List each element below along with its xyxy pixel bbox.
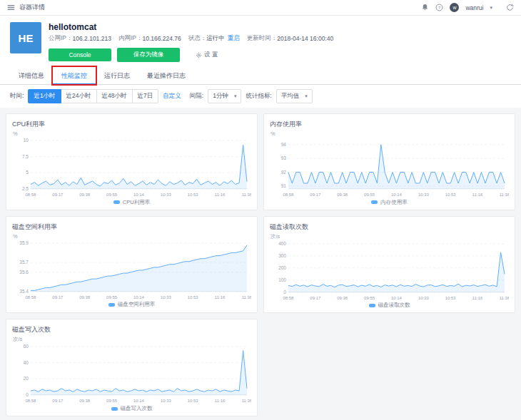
chart-unit: % xyxy=(13,130,251,137)
time-range-7d[interactable]: 近7日 xyxy=(132,89,159,103)
chart-title: 磁盘读取次数 xyxy=(270,222,509,232)
tab-label: 最近操作日志 xyxy=(147,72,186,79)
settings-button[interactable]: 设 置 xyxy=(196,51,218,59)
svg-text:10:53: 10:53 xyxy=(188,295,199,299)
chart-card-disk-writes: 磁盘写入次数 次/s 604020008:5809:1709:3809:5510… xyxy=(6,319,258,416)
cpu-utilization-chart: 107.552.508:5809:1709:3809:5510:1410:331… xyxy=(12,137,251,198)
time-range-24h[interactable]: 近24小时 xyxy=(61,89,97,103)
legend-swatch xyxy=(108,303,115,307)
svg-text:92: 92 xyxy=(281,170,287,175)
svg-text:10:53: 10:53 xyxy=(188,193,199,197)
svg-text:10:33: 10:33 xyxy=(418,193,430,197)
tab-performance[interactable]: 性能监控 xyxy=(53,68,96,85)
chart-legend[interactable]: CPU利用率 xyxy=(12,198,251,208)
container-name: hellotomcat xyxy=(49,22,340,32)
tab-recent-operation-logs[interactable]: 最近操作日志 xyxy=(138,68,194,84)
save-image-button[interactable]: 保存为镜像 xyxy=(117,48,180,62)
chart-title: 内存使用率 xyxy=(270,120,509,129)
chart-legend[interactable]: 磁盘读取次数 xyxy=(270,301,509,311)
disk-space-chart: 35.935.735.635.408:5809:1709:3809:5510:1… xyxy=(12,240,251,301)
svg-text:09:38: 09:38 xyxy=(79,295,91,299)
time-label: 时间: xyxy=(10,92,24,101)
avatar[interactable]: w xyxy=(450,3,459,12)
svg-text:5: 5 xyxy=(26,170,29,175)
tab-run-logs[interactable]: 运行日志 xyxy=(96,68,138,84)
chart-legend[interactable]: 内存使用率 xyxy=(270,198,509,208)
refresh-icon[interactable] xyxy=(506,4,514,11)
charts-grid: CPU利用率 % 107.552.508:5809:1709:3809:5510… xyxy=(0,108,521,420)
time-range-1h[interactable]: 近1小时 xyxy=(28,89,61,103)
svg-text:09:17: 09:17 xyxy=(52,295,64,299)
svg-text:11:38: 11:38 xyxy=(500,193,509,197)
svg-text:10:53: 10:53 xyxy=(188,399,199,404)
notification-bell-icon[interactable] xyxy=(421,4,429,11)
svg-text:10:14: 10:14 xyxy=(391,296,403,300)
svg-text:10:33: 10:33 xyxy=(161,295,172,299)
chevron-down-icon: ▾ xyxy=(234,93,237,99)
chart-card-cpu: CPU利用率 % 107.552.508:5809:1709:3809:5510… xyxy=(6,113,258,210)
svg-text:10:33: 10:33 xyxy=(161,399,172,404)
public-ip-value: 106.2.101.213 xyxy=(73,35,111,42)
svg-text:11:16: 11:16 xyxy=(472,296,483,300)
time-range-group: 近1小时 近24小时 近48小时 近7日 xyxy=(28,89,158,103)
svg-text:7.5: 7.5 xyxy=(22,154,29,159)
svg-text:0: 0 xyxy=(283,290,286,294)
legend-label: 磁盘写入次数 xyxy=(121,405,153,412)
svg-text:40: 40 xyxy=(24,360,29,365)
svg-text:10:33: 10:33 xyxy=(418,296,430,300)
svg-text:10:33: 10:33 xyxy=(161,193,172,197)
metric-label: 统计指标: xyxy=(246,92,271,101)
svg-text:11:38: 11:38 xyxy=(242,193,251,197)
svg-text:10:14: 10:14 xyxy=(133,399,145,404)
svg-text:35.9: 35.9 xyxy=(19,240,29,245)
svg-text:09:17: 09:17 xyxy=(52,399,64,404)
time-range-48h[interactable]: 近48小时 xyxy=(96,89,133,103)
svg-text:11:16: 11:16 xyxy=(472,193,483,197)
custom-time-link[interactable]: 自定义 xyxy=(163,92,181,101)
user-menu[interactable]: wanrui xyxy=(465,4,483,11)
svg-text:35.6: 35.6 xyxy=(19,270,29,275)
chart-title: CPU利用率 xyxy=(12,120,251,129)
svg-text:09:55: 09:55 xyxy=(106,295,118,299)
private-ip-label: 内网IP： xyxy=(118,34,143,43)
chart-unit: 次/s xyxy=(270,233,509,240)
svg-text:09:17: 09:17 xyxy=(310,193,321,197)
svg-text:09:38: 09:38 xyxy=(79,399,91,404)
svg-text:11:38: 11:38 xyxy=(242,295,251,299)
chart-legend[interactable]: 磁盘写入次数 xyxy=(12,404,251,414)
console-button[interactable]: Console xyxy=(49,48,111,61)
svg-text:11:16: 11:16 xyxy=(215,399,226,404)
chart-legend[interactable]: 磁盘空间利用率 xyxy=(12,300,251,310)
svg-text:300: 300 xyxy=(278,253,286,258)
tab-label: 运行日志 xyxy=(104,72,130,79)
interval-select[interactable]: 1分钟 ▾ xyxy=(208,89,241,103)
svg-text:09:38: 09:38 xyxy=(337,193,348,197)
chart-card-memory: 内存使用率 % 9493929108:5809:1709:3809:5510:1… xyxy=(263,113,515,210)
topbar-right: ? w wanrui ▾ xyxy=(421,3,514,12)
tab-label: 性能监控 xyxy=(61,72,87,79)
chevron-down-icon: ▾ xyxy=(490,5,492,11)
action-buttons: Console 保存为镜像 设 置 xyxy=(49,48,340,62)
svg-text:08:58: 08:58 xyxy=(283,193,294,197)
svg-text:91: 91 xyxy=(281,183,287,188)
status-value: 运行中 xyxy=(206,34,225,43)
legend-label: CPU利用率 xyxy=(123,199,150,206)
updated-value: 2018-04-14 16:00:40 xyxy=(277,35,333,42)
svg-text:10:53: 10:53 xyxy=(445,193,457,197)
metric-select[interactable]: 平均值 ▾ xyxy=(276,89,313,103)
svg-text:08:58: 08:58 xyxy=(25,295,36,299)
help-icon[interactable]: ? xyxy=(435,4,443,11)
memory-usage-chart: 9493929108:5809:1709:3809:5510:1410:3310… xyxy=(270,137,509,198)
public-ip-label: 公网IP： xyxy=(49,34,73,43)
svg-text:09:55: 09:55 xyxy=(106,193,118,197)
restart-link[interactable]: 重启 xyxy=(228,34,240,43)
filter-bar: 时间: 近1小时 近24小时 近48小时 近7日 自定义 间隔: 1分钟 ▾ 统… xyxy=(0,85,521,108)
menu-icon[interactable] xyxy=(7,4,15,11)
svg-text:93: 93 xyxy=(281,155,287,160)
svg-text:200: 200 xyxy=(278,265,286,270)
topbar-left: 容器详情 xyxy=(7,3,45,12)
tab-details[interactable]: 详细信息 xyxy=(10,68,53,84)
page-title: 容器详情 xyxy=(19,3,45,12)
svg-text:08:58: 08:58 xyxy=(25,193,36,197)
chart-card-disk-reads: 磁盘读取次数 次/s 400300200100008:5809:1709:380… xyxy=(263,216,515,314)
